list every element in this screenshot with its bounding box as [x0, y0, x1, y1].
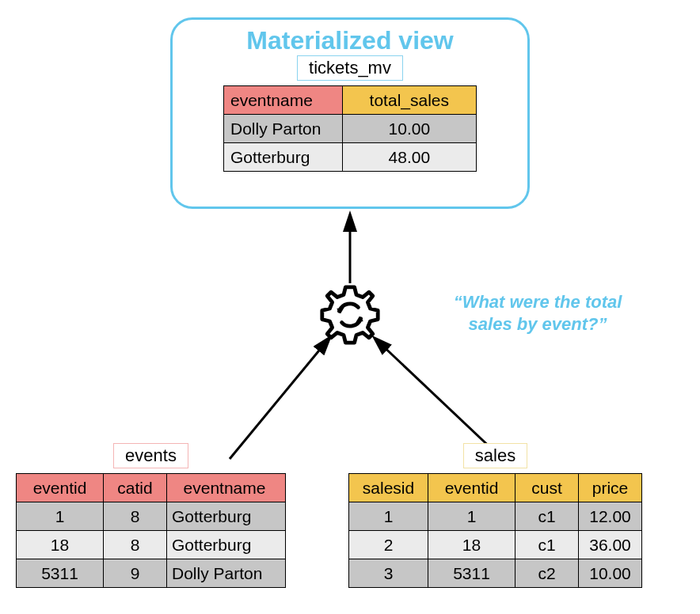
col-eventname: eventname	[167, 474, 286, 502]
query-caption: “What were the total sales by event?”	[431, 291, 645, 335]
table-row: 1 8 Gotterburg	[17, 502, 286, 531]
mv-table: eventname total_sales Dolly Parton 10.00…	[223, 85, 477, 172]
cell: 12.00	[579, 502, 642, 531]
table-row: 5311 9 Dolly Parton	[17, 559, 286, 588]
cell-eventname: Dolly Parton	[224, 115, 343, 143]
sales-block: sales salesid eventid cust price 1 1 c1 …	[348, 443, 642, 588]
cell-eventname: Gotterburg	[224, 143, 343, 172]
cell: Gotterburg	[167, 502, 286, 531]
cell: 1	[17, 502, 104, 531]
materialized-view-box: Materialized view tickets_mv eventname t…	[170, 17, 530, 209]
table-header-row: eventname total_sales	[224, 86, 477, 115]
table-row: Gotterburg 48.00	[224, 143, 477, 172]
col-price: price	[579, 474, 642, 502]
cell: 5311	[17, 559, 104, 588]
cell: 9	[104, 559, 167, 588]
events-table-label: events	[113, 443, 188, 468]
cell: Dolly Parton	[167, 559, 286, 588]
cell: 1	[349, 502, 428, 531]
cell: Gotterburg	[167, 531, 286, 559]
table-header-row: salesid eventid cust price	[349, 474, 642, 502]
table-row: 18 8 Gotterburg	[17, 531, 286, 559]
cell-total-sales: 48.00	[342, 143, 476, 172]
table-row: 3 5311 c2 10.00	[349, 559, 642, 588]
mv-table-label: tickets_mv	[297, 55, 403, 81]
mv-title: Materialized view	[173, 26, 527, 55]
table-header-row: eventid catid eventname	[17, 474, 286, 502]
table-row: 2 18 c1 36.00	[349, 531, 642, 559]
sales-table-label: sales	[463, 443, 527, 468]
events-table: eventid catid eventname 1 8 Gotterburg 1…	[16, 473, 286, 588]
svg-line-1	[230, 342, 326, 459]
cell-total-sales: 10.00	[342, 115, 476, 143]
events-block: events eventid catid eventname 1 8 Gotte…	[16, 443, 286, 588]
cell: 36.00	[579, 531, 642, 559]
cell: 3	[349, 559, 428, 588]
col-catid: catid	[104, 474, 167, 502]
col-cust: cust	[515, 474, 579, 502]
table-row: Dolly Parton 10.00	[224, 115, 477, 143]
cell: c1	[515, 502, 579, 531]
cell: c1	[515, 531, 579, 559]
col-total-sales: total_sales	[342, 86, 476, 115]
col-eventid: eventid	[428, 474, 515, 502]
cell: 8	[104, 531, 167, 559]
cell: 18	[428, 531, 515, 559]
cell: 1	[428, 502, 515, 531]
sales-table: salesid eventid cust price 1 1 c1 12.00 …	[348, 473, 642, 588]
cell: 10.00	[579, 559, 642, 588]
cell: 5311	[428, 559, 515, 588]
cell: 8	[104, 502, 167, 531]
col-salesid: salesid	[349, 474, 428, 502]
cell: 18	[17, 531, 104, 559]
cell: 2	[349, 531, 428, 559]
col-eventname: eventname	[224, 86, 343, 115]
col-eventid: eventid	[17, 474, 104, 502]
cell: c2	[515, 559, 579, 588]
table-row: 1 1 c1 12.00	[349, 502, 642, 531]
arrow-up-icon	[342, 214, 358, 285]
